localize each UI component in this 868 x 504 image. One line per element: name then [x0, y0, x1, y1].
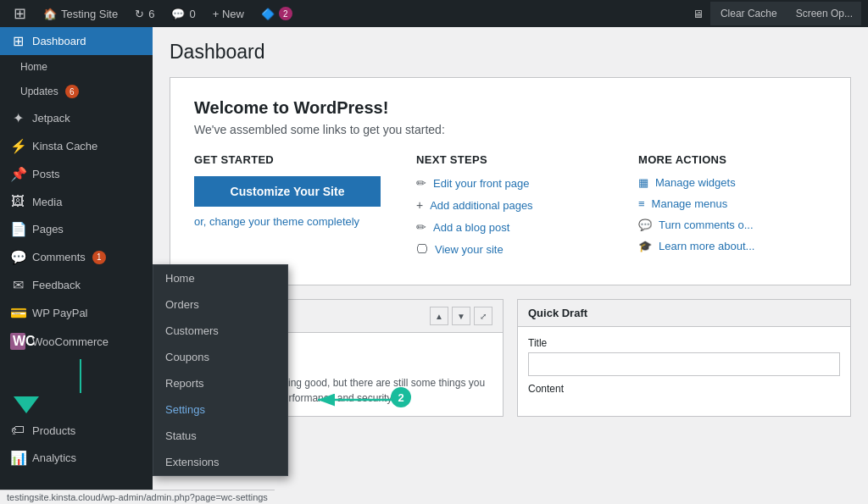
- more-actions-column: More Actions ▦ Manage widgets ≡ Manage m…: [638, 153, 826, 264]
- pages-label: Pages: [32, 223, 64, 235]
- quick-draft-widget: Quick Draft Title Content: [517, 299, 851, 417]
- more-actions-list: ▦ Manage widgets ≡ Manage menus 💬 Turn c…: [638, 176, 826, 252]
- sidebar-item-kinsta[interactable]: ⚡ Kinsta Cache: [0, 132, 153, 160]
- welcome-panel: Welcome to WordPress! We've assembled so…: [170, 77, 851, 285]
- menu-item-home[interactable]: Home: [153, 265, 287, 291]
- sidebar-item-posts[interactable]: 📌 Posts: [0, 160, 153, 188]
- learn-label: Learn more about...: [659, 240, 754, 252]
- sidebar-item-products[interactable]: 🏷 Products: [0, 417, 153, 444]
- change-theme-link[interactable]: or, change your theme completely: [194, 215, 359, 228]
- add-blog-icon: ✏: [416, 220, 426, 234]
- new-content-button[interactable]: + New: [206, 0, 251, 27]
- posts-icon: 📌: [10, 166, 25, 182]
- menu-item-extensions[interactable]: Extensions: [153, 449, 287, 475]
- menu-item-settings[interactable]: Settings: [153, 396, 287, 423]
- analytics-label: Analytics: [32, 451, 76, 464]
- yoast-button[interactable]: 🔷 2: [254, 0, 299, 27]
- sidebar-item-home[interactable]: Home: [0, 55, 153, 79]
- comments-button[interactable]: 💬 0: [164, 0, 202, 27]
- posts-label: Posts: [32, 168, 60, 180]
- menu-item-coupons[interactable]: Coupons: [153, 344, 287, 370]
- next-step-add-pages[interactable]: + Add additional pages: [416, 198, 604, 212]
- quick-draft-body: Title Content: [518, 327, 850, 405]
- view-site-icon: 🖵: [416, 242, 428, 256]
- menu-item-status[interactable]: Status: [153, 423, 287, 449]
- welcome-subtitle: We've assembled some links to get you st…: [194, 123, 826, 136]
- action-comments[interactable]: 💬 Turn comments o...: [638, 219, 826, 231]
- menus-icon: ≡: [638, 197, 645, 210]
- view-site-label: View your site: [435, 243, 504, 256]
- comments-settings-icon: 💬: [638, 219, 652, 231]
- get-started-title: Get Started: [194, 153, 382, 166]
- sidebar-item-media[interactable]: 🖼 Media: [0, 188, 153, 215]
- sidebar-item-comments[interactable]: 💬 Comments 1: [0, 243, 153, 271]
- kinsta-icon: ⚡: [10, 138, 25, 154]
- comments-count: 0: [189, 8, 195, 20]
- url-bar: testingsite.kinsta.cloud/wp-admin/admin.…: [0, 490, 275, 504]
- dashboard-icon: ⊞: [10, 33, 25, 49]
- page-title: Dashboard: [170, 41, 851, 64]
- updates-button[interactable]: ↻ 6: [128, 0, 161, 27]
- menu-item-orders[interactable]: Orders: [153, 291, 287, 318]
- draft-title-input[interactable]: [528, 352, 840, 376]
- sidebar: ⊞ Dashboard Home Updates 6 ✦ Jetpack ⚡ K…: [0, 27, 153, 504]
- widgets-icon: ▦: [638, 176, 648, 189]
- get-started-column: Get Started Customize Your Site or, chan…: [194, 153, 382, 264]
- next-steps-title: Next Steps: [416, 153, 604, 166]
- monitor-icon: 🖥: [686, 0, 710, 27]
- feedback-icon: ✉: [10, 277, 25, 293]
- add-blog-label: Add a blog post: [433, 221, 509, 234]
- woocommerce-dropdown: Home Orders Customers Coupons Reports Se…: [153, 264, 288, 476]
- next-step-blog-post[interactable]: ✏ Add a blog post: [416, 220, 604, 234]
- comments-icon: 💬: [10, 249, 25, 265]
- next-step-view-site[interactable]: 🖵 View your site: [416, 242, 604, 256]
- updates-count: 6: [148, 8, 154, 20]
- sidebar-item-analytics[interactable]: 📊 Analytics: [0, 444, 153, 472]
- collapse-up-button[interactable]: ▲: [430, 307, 448, 325]
- sidebar-item-wp-paypal[interactable]: 💳 WP PayPal: [0, 299, 153, 327]
- customize-site-button[interactable]: Customize Your Site: [194, 176, 381, 207]
- home-label: Home: [20, 61, 47, 73]
- wp-logo-button[interactable]: ⊞: [7, 0, 33, 27]
- analytics-icon: 📊: [10, 450, 25, 466]
- collapse-down-button[interactable]: ▼: [452, 307, 470, 325]
- comment-icon: 💬: [171, 8, 185, 20]
- edit-front-page-icon: ✏: [416, 176, 426, 190]
- quick-draft-title: Quick Draft: [528, 307, 587, 319]
- sidebar-item-pages[interactable]: 📄 Pages: [0, 215, 153, 243]
- site-name-label: Testing Site: [61, 8, 118, 20]
- sidebar-item-jetpack[interactable]: ✦ Jetpack: [0, 104, 153, 132]
- screen-options-button[interactable]: Screen Op...: [787, 2, 861, 25]
- welcome-columns: Get Started Customize Your Site or, chan…: [194, 153, 826, 264]
- site-name-button[interactable]: 🏠 Testing Site: [36, 0, 125, 27]
- comments-settings-label: Turn comments o...: [659, 219, 754, 231]
- next-step-front-page[interactable]: ✏ Edit your front page: [416, 176, 604, 190]
- action-manage-menus[interactable]: ≡ Manage menus: [638, 197, 826, 210]
- house-icon: 🏠: [43, 8, 57, 20]
- sidebar-item-updates[interactable]: Updates 6: [0, 79, 153, 104]
- expand-button[interactable]: ⤢: [474, 307, 492, 325]
- wp-logo-icon: ⊞: [14, 4, 26, 23]
- sidebar-item-dashboard[interactable]: ⊞ Dashboard: [0, 27, 153, 55]
- main-content: Dashboard Welcome to WordPress! We've as…: [153, 27, 868, 504]
- menu-item-customers[interactable]: Customers: [153, 318, 287, 344]
- add-pages-label: Add additional pages: [430, 199, 532, 212]
- widgets-label: Manage widgets: [655, 176, 736, 189]
- learn-icon: 🎓: [638, 240, 652, 252]
- title-label: Title: [528, 337, 840, 349]
- sidebar-item-woocommerce[interactable]: WC WooCommerce: [0, 327, 153, 356]
- jetpack-label: Jetpack: [32, 112, 70, 125]
- menu-item-reports[interactable]: Reports: [153, 370, 287, 396]
- wp-paypal-label: WP PayPal: [32, 307, 88, 319]
- action-manage-widgets[interactable]: ▦ Manage widgets: [638, 176, 826, 189]
- sidebar-item-feedback[interactable]: ✉ Feedback: [0, 271, 153, 299]
- updates-label: Updates: [20, 86, 58, 97]
- widget-controls: ▲ ▼ ⤢: [430, 307, 492, 325]
- clear-cache-button[interactable]: Clear Cache: [710, 2, 787, 25]
- add-pages-icon: +: [416, 198, 423, 212]
- new-label: + New: [213, 8, 244, 20]
- next-steps-column: Next Steps ✏ Edit your front page + Add …: [416, 153, 604, 264]
- pages-icon: 📄: [10, 221, 25, 237]
- refresh-icon: ↻: [135, 8, 144, 20]
- action-learn-more[interactable]: 🎓 Learn more about...: [638, 240, 826, 252]
